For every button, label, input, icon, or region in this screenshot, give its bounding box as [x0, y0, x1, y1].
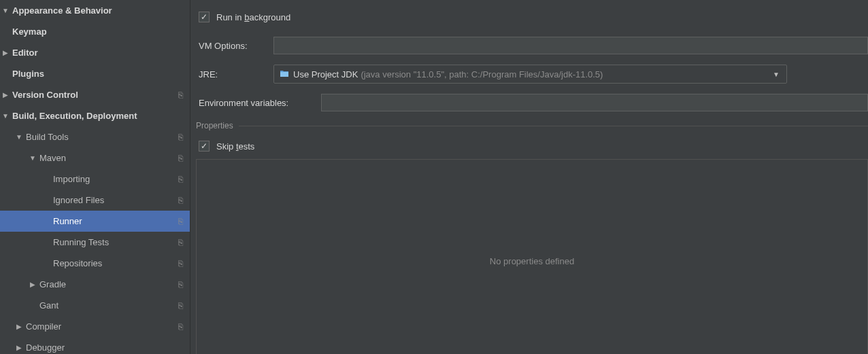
copy-icon: ⎘ [178, 259, 183, 268]
copy-icon: ⎘ [178, 175, 183, 184]
folder-icon [280, 69, 289, 79]
env-vars-input[interactable] [321, 94, 868, 111]
tree-item-ignored-files[interactable]: Ignored Files⎘ [0, 190, 190, 211]
properties-table[interactable]: No properties defined [196, 159, 868, 354]
copy-icon: ⎘ [178, 238, 183, 247]
tree-item-editor[interactable]: ▶Editor [0, 42, 190, 63]
tree-item-runner[interactable]: Runner⎘ [0, 211, 190, 232]
tree-item-label: Compiler [26, 321, 61, 332]
tree-item-label: Ignored Files [53, 195, 104, 205]
tree-item-label: Running Tests [53, 237, 109, 247]
tree-item-compiler[interactable]: ▶Compiler⎘ [0, 316, 190, 337]
copy-icon: ⎘ [178, 322, 183, 332]
settings-content: Run in background VM Options: JRE: Use P… [190, 0, 868, 354]
tree-item-label: Keymap [12, 26, 47, 37]
settings-tree: ▼Appearance & BehaviorKeymap▶EditorPlugi… [0, 0, 190, 354]
tree-item-keymap[interactable]: Keymap [0, 21, 190, 42]
jre-label: JRE: [199, 69, 267, 79]
copy-icon: ⎘ [178, 280, 183, 289]
tree-item-label: Gradle [39, 279, 66, 289]
chevron-right-icon: ▶ [0, 91, 11, 99]
chevron-right-icon: ▶ [14, 344, 24, 351]
tree-item-label: Build Tools [26, 132, 69, 142]
env-vars-label: Environment variables: [199, 98, 314, 108]
tree-item-maven[interactable]: ▼Maven⎘ [0, 147, 190, 169]
tree-item-plugins[interactable]: Plugins [0, 63, 190, 84]
tree-item-label: Editor [12, 48, 38, 58]
tree-item-appearance-behavior[interactable]: ▼Appearance & Behavior [0, 0, 190, 21]
chevron-right-icon: ▶ [0, 49, 11, 56]
vm-options-label: VM Options: [199, 41, 267, 51]
copy-icon: ⎘ [178, 132, 183, 142]
properties-section-header: Properties [196, 121, 868, 130]
chevron-right-icon: ▶ [14, 323, 24, 330]
properties-empty-text: No properties defined [490, 256, 574, 266]
tree-item-label: Debugger [26, 342, 65, 353]
tree-item-label: Appearance & Behavior [12, 5, 112, 16]
chevron-down-icon: ▼ [0, 7, 11, 14]
run-in-background-label: Run in background [216, 12, 290, 22]
vm-options-input[interactable] [273, 37, 868, 54]
tree-item-build-execution-deployment[interactable]: ▼Build, Execution, Deployment [0, 105, 190, 126]
skip-tests-checkbox[interactable] [199, 141, 210, 152]
tree-item-label: Version Control [12, 90, 78, 100]
tree-item-debugger[interactable]: ▶Debugger [0, 337, 190, 354]
chevron-down-icon: ▼ [27, 154, 38, 162]
copy-icon: ⎘ [178, 90, 183, 100]
jre-dropdown[interactable]: Use Project JDK (java version "11.0.5", … [273, 65, 787, 84]
tree-item-build-tools[interactable]: ▼Build Tools⎘ [0, 126, 190, 147]
tree-item-label: Plugins [12, 69, 44, 79]
tree-item-repositories[interactable]: Repositories⎘ [0, 253, 190, 274]
tree-item-gradle[interactable]: ▶Gradle⎘ [0, 274, 190, 295]
copy-icon: ⎘ [178, 217, 183, 226]
tree-item-label: Gant [39, 300, 59, 311]
copy-icon: ⎘ [178, 301, 183, 311]
chevron-right-icon: ▶ [27, 281, 38, 288]
copy-icon: ⎘ [178, 154, 183, 163]
jre-hint: (java version "11.0.5", path: C:/Program… [361, 69, 603, 79]
tree-item-label: Maven [39, 153, 66, 163]
run-in-background-checkbox[interactable] [199, 12, 210, 22]
copy-icon: ⎘ [178, 196, 183, 205]
tree-item-running-tests[interactable]: Running Tests⎘ [0, 232, 190, 253]
chevron-down-icon: ▼ [0, 112, 11, 120]
chevron-down-icon: ▼ [773, 71, 780, 78]
tree-item-label: Importing [53, 174, 90, 184]
tree-item-label: Repositories [53, 258, 102, 268]
tree-item-version-control[interactable]: ▶Version Control⎘ [0, 84, 190, 105]
jre-value: Use Project JDK [293, 69, 358, 79]
tree-item-importing[interactable]: Importing⎘ [0, 169, 190, 190]
skip-tests-label: Skip tests [216, 141, 254, 152]
tree-item-label: Runner [53, 216, 82, 226]
tree-item-gant[interactable]: Gant⎘ [0, 295, 190, 316]
chevron-down-icon: ▼ [14, 133, 24, 141]
tree-item-label: Build, Execution, Deployment [12, 111, 137, 121]
